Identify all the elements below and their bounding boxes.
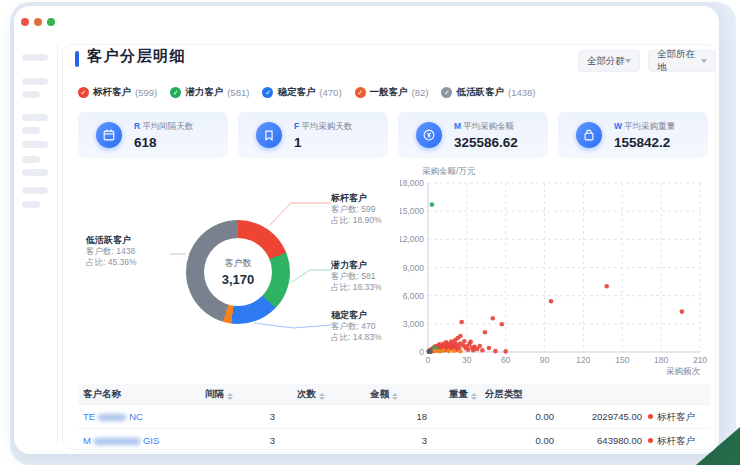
scatter-point[interactable]	[604, 284, 609, 289]
cell-weight: 643980.00	[597, 435, 642, 446]
column-header-label: 客户名称	[83, 388, 121, 399]
customer-name-link[interactable]: MGIS	[83, 435, 159, 446]
scatter-point[interactable]	[462, 339, 467, 344]
scatter-point[interactable]	[458, 334, 463, 339]
scatter-point[interactable]	[441, 348, 446, 353]
sort-icon[interactable]	[471, 393, 477, 400]
column-header-label: 金额	[370, 388, 389, 399]
tier-dot-icon	[648, 414, 653, 419]
sidebar-skeleton-item	[22, 141, 48, 148]
segment-filter-label: 全部分群	[587, 55, 625, 68]
scatter-point[interactable]	[483, 330, 488, 335]
scatter-point[interactable]	[434, 348, 439, 353]
scatter-point[interactable]	[680, 309, 685, 314]
scatter-chart[interactable]: 03,0006,0009,00012,00015,00018,000030609…	[400, 160, 716, 380]
table-header: 客户名称间隔次数金额重量分层类型	[78, 384, 710, 405]
location-filter-dropdown[interactable]: 全部所在地	[648, 50, 716, 72]
stat-prefix: M	[454, 121, 461, 131]
scatter-point[interactable]	[480, 348, 485, 353]
callout-name: 稳定客户	[331, 310, 382, 321]
stat-label-text: 平均采购重量	[624, 121, 675, 131]
scatter-point[interactable]	[430, 202, 435, 207]
column-header-1: 客户名称	[83, 388, 121, 401]
legend: ✓标杆客户(599)✓潜力客户(581)✓稳定客户(470)✓一般客户(82)✓…	[78, 86, 535, 99]
legend-item[interactable]: ✓潜力客户(581)	[170, 86, 249, 99]
donut-callout: 潜力客户客户数: 581占比: 18.33%	[331, 260, 382, 293]
legend-item[interactable]: ✓标杆客户(599)	[78, 86, 157, 99]
donut-callout: 稳定客户客户数: 470占比: 14.83%	[331, 310, 382, 343]
stat-label-text: 平均采购天数	[301, 121, 352, 131]
sidebar-skeleton-item	[22, 78, 48, 85]
scatter-plot: 03,0006,0009,00012,00015,00018,000030609…	[400, 160, 716, 380]
scatter-point[interactable]	[503, 349, 508, 354]
tier-label: 标杆客户	[657, 435, 695, 446]
legend-label: 标杆客户	[93, 86, 131, 99]
column-header-6: 分层类型	[485, 388, 523, 401]
stat-card-body: W平均采购重量155842.2	[614, 121, 675, 150]
column-header-2[interactable]: 间隔	[205, 388, 233, 401]
legend-item[interactable]: ✓低活跃客户(1438)	[441, 86, 535, 99]
cell-interval: 3	[270, 435, 275, 446]
scatter-point[interactable]	[428, 349, 433, 354]
x-tick-label: 30	[462, 355, 472, 365]
stat-card-body: R平均间隔天数618	[134, 121, 193, 150]
scatter-point[interactable]	[446, 349, 451, 354]
scatter-point[interactable]	[478, 344, 483, 349]
traffic-light[interactable]	[34, 18, 42, 26]
scatter-point[interactable]	[491, 316, 496, 321]
scatter-point[interactable]	[493, 349, 498, 354]
column-header-label: 重量	[449, 388, 468, 399]
scatter-point[interactable]	[452, 349, 457, 354]
coin-icon	[416, 122, 442, 148]
scatter-point[interactable]	[487, 346, 492, 351]
cell-tier: 标杆客户	[648, 435, 695, 448]
column-header-4[interactable]: 金额	[370, 388, 398, 401]
donut-center-value: 3,170	[222, 272, 255, 287]
donut-ring[interactable]: 客户数 3,170	[186, 220, 290, 324]
customer-name-link[interactable]: TENC	[83, 411, 143, 422]
scatter-point[interactable]	[468, 339, 473, 344]
stat-cards: R平均间隔天数618F平均采购天数1M平均采购金额325586.62W平均采购重…	[78, 112, 708, 158]
sidebar-skeleton-item	[22, 169, 48, 176]
stat-card: R平均间隔天数618	[78, 112, 228, 158]
chevron-down-icon	[625, 59, 631, 63]
column-header-3[interactable]: 次数	[297, 388, 325, 401]
scatter-point[interactable]	[500, 322, 505, 327]
donut-chart[interactable]: 客户数 3,170 标杆客户客户数: 599占比: 18.90%潜力客户客户数:…	[78, 175, 396, 375]
check-circle-icon: ✓	[170, 87, 181, 98]
stat-label: R平均间隔天数	[134, 121, 193, 133]
scatter-point[interactable]	[437, 349, 442, 354]
bookmark-icon	[256, 122, 282, 148]
legend-item[interactable]: ✓一般客户(82)	[355, 86, 429, 99]
stat-value: 325586.62	[454, 135, 518, 150]
sort-icon[interactable]	[392, 393, 398, 400]
cell-tier: 标杆客户	[648, 411, 695, 424]
column-header-5[interactable]: 重量	[449, 388, 477, 401]
y-tick-label: 18,000	[400, 178, 424, 188]
traffic-light[interactable]	[47, 18, 55, 26]
scatter-point[interactable]	[549, 299, 554, 304]
redacted-name-segment	[94, 438, 140, 445]
stat-card: M平均采购金额325586.62	[398, 112, 548, 158]
stat-prefix: W	[614, 121, 622, 131]
y-tick-label: 0	[419, 347, 424, 357]
callout-count: 客户数: 470	[331, 321, 382, 332]
segment-filter-dropdown[interactable]: 全部分群	[578, 50, 640, 72]
callout-count: 客户数: 581	[331, 271, 382, 282]
y-tick-label: 3,000	[403, 319, 425, 329]
legend-item[interactable]: ✓稳定客户(470)	[262, 86, 341, 99]
stat-label: W平均采购重量	[614, 121, 675, 133]
scatter-point[interactable]	[458, 349, 463, 354]
cell-times: 18	[416, 411, 427, 422]
page-title: 客户分层明细	[87, 47, 186, 66]
x-tick-label: 0	[426, 355, 431, 365]
sort-icon[interactable]	[227, 393, 233, 400]
column-header-label: 间隔	[205, 388, 224, 399]
traffic-light[interactable]	[21, 18, 29, 26]
scatter-point[interactable]	[459, 320, 464, 325]
sort-icon[interactable]	[319, 393, 325, 400]
callout-pct: 占比: 45.36%	[86, 257, 137, 268]
stat-value: 618	[134, 135, 193, 150]
stat-card-body: M平均采购金额325586.62	[454, 121, 518, 150]
stat-value: 155842.2	[614, 135, 675, 150]
